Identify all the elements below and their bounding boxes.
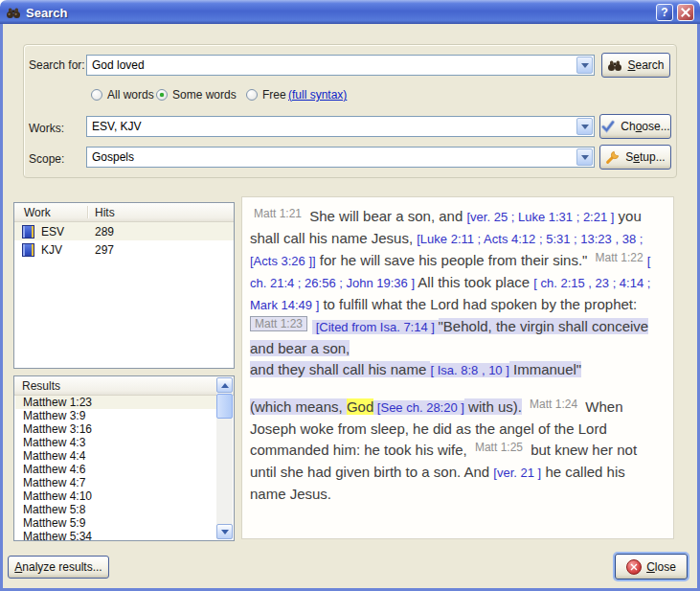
scroll-up-button[interactable] <box>216 377 233 393</box>
arrow-down-icon <box>221 530 229 534</box>
verse-ref: Matt 1:21 <box>254 207 302 220</box>
cross-reference[interactable]: [ Isa. 8:8 , 10 ] <box>430 363 508 377</box>
work-hits: 297 <box>95 243 114 257</box>
help-button[interactable]: ? <box>656 4 673 21</box>
current-verse-ref: Matt 1:23 <box>250 316 307 331</box>
combo-dropdown-button[interactable] <box>576 118 593 135</box>
scroll-down-button[interactable] <box>216 524 233 539</box>
verse-ref: Matt 1:25 <box>475 441 523 454</box>
choose-works-button[interactable]: Choose... <box>599 114 671 139</box>
text-pane[interactable]: Matt 1:21 She will bear a son, and [ver.… <box>241 196 674 539</box>
verse-text: and they shall call his name <box>250 361 430 377</box>
result-item[interactable]: Matthew 4:4 <box>15 449 216 463</box>
result-item[interactable]: Matthew 3:9 <box>15 409 216 422</box>
column-divider <box>87 206 89 218</box>
verse-text: "Behold, the virgin shall conceive and b… <box>250 318 648 356</box>
table-row[interactable]: KJV297 <box>14 240 234 259</box>
binoculars-icon <box>6 5 21 20</box>
radio-some-words-label: Some words <box>172 88 237 102</box>
works-combobox[interactable]: ESV, KJV <box>86 116 595 137</box>
work-table-body: ESV289KJV297 <box>14 222 234 259</box>
scrollbar-thumb[interactable] <box>216 394 233 419</box>
book-icon <box>22 243 34 257</box>
work-name: KJV <box>41 243 83 257</box>
result-item[interactable]: Matthew 5:34 <box>15 530 216 540</box>
radio-free-label: Free <box>262 88 286 102</box>
result-item[interactable]: Matthew 4:10 <box>15 489 216 503</box>
close-circle-icon <box>626 559 642 575</box>
chevron-down-icon <box>581 155 589 160</box>
results-header: Results <box>14 376 234 396</box>
radio-free[interactable]: Free <box>246 87 286 102</box>
scope-value: Gospels <box>87 150 576 164</box>
result-item[interactable]: Matthew 4:3 <box>15 436 216 449</box>
window-title: Search <box>26 6 67 20</box>
search-button-label: Search <box>627 58 664 72</box>
works-label: Works: <box>29 122 64 135</box>
close-button-label: Close <box>646 560 676 574</box>
combo-dropdown-button[interactable] <box>576 57 593 74</box>
result-item[interactable]: Matthew 1:23 <box>15 396 216 409</box>
result-item[interactable]: Matthew 5:9 <box>15 516 216 530</box>
titlebar[interactable]: Search ? <box>0 0 700 25</box>
wrench-icon <box>605 149 621 165</box>
result-item[interactable]: Matthew 4:7 <box>15 476 216 489</box>
verse-ref: Matt 1:22 <box>596 251 644 264</box>
verse-text: with us). <box>464 398 522 415</box>
setup-button-label: Setup... <box>625 150 665 164</box>
radio-icon <box>91 89 102 101</box>
combo-dropdown-button[interactable] <box>576 148 593 166</box>
result-item[interactable]: Matthew 3:16 <box>15 422 216 436</box>
table-row[interactable]: ESV289 <box>14 222 234 240</box>
verse-text: All this took place <box>415 274 533 290</box>
window-close-button[interactable] <box>677 4 694 21</box>
choose-button-label: Choose... <box>621 120 669 133</box>
search-button[interactable]: Search <box>601 53 670 78</box>
column-header-work[interactable]: Work <box>14 206 87 219</box>
search-hit-word: God <box>347 398 373 415</box>
book-icon <box>22 225 34 239</box>
scope-combobox[interactable]: Gospels <box>86 147 595 168</box>
work-table-header: Work Hits <box>14 203 234 222</box>
result-item[interactable]: Matthew 5:8 <box>15 503 216 516</box>
chevron-down-icon <box>581 63 589 68</box>
radio-all-words-label: All words <box>107 88 154 102</box>
work-hits: 289 <box>95 225 114 239</box>
scope-label: Scope: <box>29 152 64 166</box>
close-icon <box>681 8 690 17</box>
result-item[interactable]: Matthew 4:6 <box>15 463 216 476</box>
cross-reference[interactable]: [ver. 25 ; Luke 1:31 ; 2:21 ] <box>466 210 614 224</box>
verse-text: for he will save his people from their s… <box>316 252 592 268</box>
work-hits-table: Work Hits ESV289KJV297 <box>13 202 235 369</box>
blank-line <box>250 381 664 397</box>
binoculars-icon <box>607 57 622 73</box>
text-pane-content: Matt 1:21 She will bear a son, and [ver.… <box>242 197 673 512</box>
chevron-down-icon <box>581 125 589 129</box>
verse-text: to fulfill what the Lord had spoken by t… <box>319 296 637 312</box>
help-icon: ? <box>661 6 667 19</box>
radio-icon <box>156 89 168 101</box>
full-syntax-link[interactable]: (full syntax) <box>288 88 347 102</box>
search-for-label: Search for: <box>29 58 85 72</box>
results-panel: Results Matthew 1:23Matthew 3:9Matthew 3… <box>13 375 235 541</box>
radio-some-words[interactable]: Some words <box>156 87 237 102</box>
results-scrollbar[interactable] <box>216 377 233 539</box>
verse-text <box>522 398 526 415</box>
cross-reference[interactable]: [Cited from Isa. 7:14 ] <box>312 320 439 334</box>
close-button[interactable]: Close <box>615 554 688 580</box>
radio-icon <box>246 89 258 101</box>
work-name: ESV <box>41 225 83 239</box>
cross-reference[interactable]: [See ch. 28:20 ] <box>373 400 464 415</box>
analyze-button-label: Analyze results... <box>14 560 102 574</box>
search-term-value: God loved <box>87 58 576 72</box>
cross-reference[interactable]: [ver. 21 ] <box>493 466 541 480</box>
verse-ref: Matt 1:24 <box>530 398 577 411</box>
search-term-combobox[interactable]: God loved <box>86 55 595 76</box>
checkmark-icon <box>600 119 616 134</box>
column-header-hits[interactable]: Hits <box>95 206 115 219</box>
analyze-results-button[interactable]: Analyze results... <box>8 556 109 579</box>
verse-text: She will bear a son, and <box>305 208 466 224</box>
results-list: Matthew 1:23Matthew 3:9Matthew 3:16Matth… <box>15 396 216 540</box>
radio-all-words[interactable]: All words <box>91 87 154 102</box>
setup-scope-button[interactable]: Setup... <box>599 145 671 170</box>
